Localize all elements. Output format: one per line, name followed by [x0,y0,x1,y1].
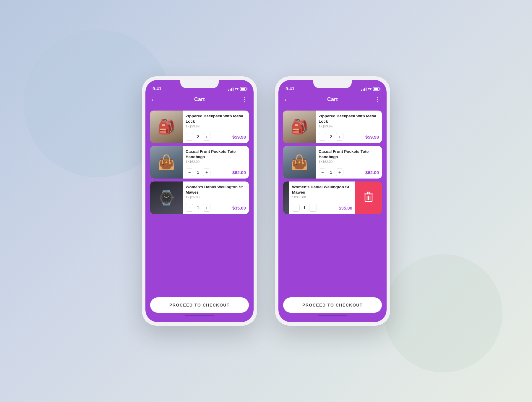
signal-icon-1 [228,87,233,91]
cart-item-1-total: $59.98 [232,134,246,140]
cart-item-1-info: Zippered Backpack With Metal Lock 1X$29.… [183,111,249,143]
qty-decrease-1[interactable]: − [186,133,193,141]
cart-item-2-wrapper: Casual Front Pockets Tote Handbags 1X$62… [150,146,249,179]
phone-frame-2: 9:41 ▾▾ ‹ Cart ⋮ [275,76,390,326]
cart-item-1-qty: − 2 + [186,133,210,141]
back-button-2[interactable]: ‹ [284,96,293,103]
cart-item-2-controls: − 1 + $62.00 [186,168,246,176]
p2-cart-item-2: Casual Front Pockets Tote Handbags 1X$62… [283,146,382,179]
p2-cart-item-1: Zippered Backpack With Metal Lock 1X$29.… [283,111,382,143]
battery-icon-1 [240,87,246,91]
back-button-1[interactable]: ‹ [151,96,160,103]
signal-icon-2 [361,87,366,91]
p2-cart-item-1-qty: − 2 + [319,133,343,141]
p2-qty-increase-1[interactable]: + [336,133,343,141]
cart-item-1-unit-price: 1X$29.99 [186,124,246,128]
cart-item-1: Zippered Backpack With Metal Lock 1X$29.… [150,111,249,143]
cart-items-list-2: Zippered Backpack With Metal Lock 1X$29.… [278,106,387,293]
delete-action-3[interactable] [355,181,382,214]
phone-bottom-2: PROCEED TO CHECKOUT [278,293,387,322]
p2-cart-item-2-total: $62.00 [365,170,379,175]
p2-cart-item-3-qty: − 1 + [292,204,317,212]
cart-item-3-controls: − 1 + $35.00 [186,204,246,212]
cart-item-2-image [150,146,183,179]
p2-cart-item-2-image [283,146,316,179]
qty-increase-3[interactable]: + [203,204,210,212]
status-icons-1: ▾▾ [228,87,246,91]
p2-qty-value-2: 1 [329,170,333,175]
p2-cart-item-1-info: Zippered Backpack With Metal Lock 1X$29.… [316,111,382,143]
cart-item-2-unit-price: 1X$62.00 [186,160,246,163]
p2-qty-value-3: 1 [302,205,307,210]
wifi-icon-2: ▾▾ [368,87,372,91]
status-time-2: 9:41 [286,86,294,91]
p2-qty-decrease-2[interactable]: − [319,168,326,176]
p2-qty-decrease-1[interactable]: − [319,133,326,141]
p2-qty-increase-3[interactable]: + [309,204,317,212]
cart-item-3-unit-price: 1X$35.00 [186,195,246,199]
cart-item-2-info: Casual Front Pockets Tote Handbags 1X$62… [183,146,249,179]
notch-2 [313,80,352,88]
menu-button-1[interactable]: ⋮ [239,96,248,103]
battery-icon-2 [373,87,379,91]
p2-qty-decrease-3[interactable]: − [292,204,300,212]
p2-cart-item-1-wrapper: Zippered Backpack With Metal Lock 1X$29.… [283,111,382,143]
status-icons-2: ▾▾ [361,87,379,91]
cart-item-3-info: Women's Daniel Wellington St Mawes 1X$35… [183,181,249,214]
status-time-1: 9:41 [153,86,161,91]
cart-item-1-name: Zippered Backpack With Metal Lock [186,114,246,124]
qty-increase-2[interactable]: + [203,168,210,176]
cart-item-2-total: $62.00 [232,170,246,175]
cart-item-1-controls: − 2 + $59.98 [186,133,246,141]
p2-cart-item-1-image [283,111,316,143]
p2-cart-item-3-total: $35.00 [339,205,352,210]
p2-cart-item-2-qty: − 1 + [319,168,343,176]
cart-item-3: Women's Daniel Wellington St Mawes 1X$35… [150,181,249,214]
cart-item-2-qty: − 1 + [186,168,210,176]
qty-increase-1[interactable]: + [203,133,210,141]
cart-item-3-total: $35.00 [232,205,246,210]
p2-cart-item-2-info: Casual Front Pockets Tote Handbags 1X$62… [316,146,382,179]
qty-value-2: 1 [196,170,200,175]
p2-cart-item-2-controls: − 1 + $62.00 [319,168,379,176]
p2-qty-increase-2[interactable]: + [336,168,343,176]
home-indicator-2 [318,315,347,316]
p2-cart-item-3-controls: − 1 + $35.00 [292,204,352,212]
menu-button-2[interactable]: ⋮ [372,96,381,103]
p2-cart-item-3-name: Women's Daniel Wellington St Mawes [292,184,352,195]
p2-cart-item-1-unit-price: 1X$29.99 [319,124,379,128]
cart-item-3-image [150,181,183,214]
phone-bottom-1: PROCEED TO CHECKOUT [145,293,254,322]
cart-item-3-name: Women's Daniel Wellington St Mawes [186,184,246,195]
p2-cart-item-1-controls: − 2 + $59.98 [319,133,379,141]
cart-item-3-wrapper: Women's Daniel Wellington St Mawes 1X$35… [150,181,249,214]
phone-screen-2: 9:41 ▾▾ ‹ Cart ⋮ [278,80,387,322]
trash-icon-3 [364,192,373,204]
p2-cart-item-3-info: Women's Daniel Wellington St Mawes 1X$35… [289,181,355,214]
app-header-2: ‹ Cart ⋮ [278,93,387,106]
header-title-1: Cart [194,96,205,103]
p2-cart-item-3: Women's Daniel Wellington St Mawes 1X$35… [283,181,355,214]
cart-item-3-qty: − 1 + [186,204,210,212]
app-header-1: ‹ Cart ⋮ [145,93,254,106]
wifi-icon-1: ▾▾ [235,87,239,91]
header-title-2: Cart [327,96,338,103]
phone-screen-1: 9:41 ▾▾ ‹ Cart ⋮ [145,80,254,322]
home-indicator-1 [185,315,214,316]
p2-qty-value-1: 2 [329,134,333,139]
p2-cart-item-3-unit-price: 1X$35.00 [292,195,352,199]
qty-decrease-2[interactable]: − [186,168,193,176]
qty-decrease-3[interactable]: − [186,204,193,212]
cart-item-1-wrapper: Zippered Backpack With Metal Lock 1X$29.… [150,111,249,143]
checkout-button-2[interactable]: PROCEED TO CHECKOUT [283,297,382,313]
p2-cart-item-1-name: Zippered Backpack With Metal Lock [319,114,379,124]
checkout-button-1[interactable]: PROCEED TO CHECKOUT [150,297,249,313]
qty-value-1: 2 [196,134,200,139]
cart-item-2-name: Casual Front Pockets Tote Handbags [186,149,246,159]
qty-value-3: 1 [196,205,200,210]
p2-cart-item-3-wrapper: Women's Daniel Wellington St Mawes 1X$35… [283,181,382,214]
cart-item-2: Casual Front Pockets Tote Handbags 1X$62… [150,146,249,179]
p2-cart-item-2-wrapper: Casual Front Pockets Tote Handbags 1X$62… [283,146,382,179]
notch-1 [180,80,219,88]
p2-cart-item-3-image [283,181,289,214]
